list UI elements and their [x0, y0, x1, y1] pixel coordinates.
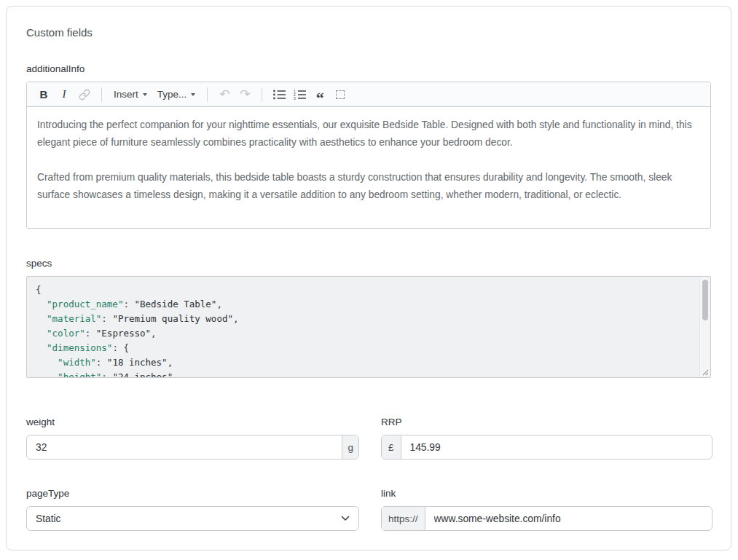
weight-input-group: g: [26, 435, 359, 460]
blockquote-icon: “: [316, 95, 324, 102]
svg-text:3: 3: [294, 96, 296, 100]
ordered-list-button[interactable]: 123: [290, 85, 309, 104]
page-type-select[interactable]: Static: [26, 506, 359, 531]
link-icon: [79, 89, 90, 100]
link-input[interactable]: [425, 507, 712, 530]
toolbar-divider: [207, 87, 208, 102]
link-input-group: https://: [381, 506, 713, 531]
toolbar-divider: [262, 87, 262, 102]
link-protocol-addon: https://: [382, 507, 425, 530]
weight-unit-addon: g: [342, 435, 358, 459]
field-rrp: RRP £: [381, 416, 713, 460]
toolbar-divider: [101, 87, 102, 102]
row-pagetype-link: pageType Static link https://: [26, 487, 711, 531]
specs-scrollbar-thumb[interactable]: [702, 280, 708, 320]
rich-text-editor: B I Insert Type... ↶ ↷: [26, 82, 711, 229]
chevron-down-icon: [341, 516, 350, 521]
field-page-type: pageType Static: [26, 487, 359, 531]
chevron-down-icon: [143, 93, 147, 96]
undo-button[interactable]: ↶: [215, 85, 234, 104]
link-label: link: [381, 487, 713, 500]
weight-input[interactable]: [27, 435, 342, 459]
field-specs: specs { "product_name": "Bedside Table",…: [26, 257, 711, 378]
rrp-input-group: £: [381, 435, 713, 460]
page-type-selected-value: Static: [36, 513, 61, 524]
specs-scrollbar[interactable]: [699, 277, 710, 376]
chevron-down-icon: [191, 93, 195, 96]
specs-code-content: { "product_name": "Bedside Table", "mate…: [36, 283, 691, 378]
rrp-currency-addon: £: [382, 435, 401, 459]
field-link: link https://: [381, 487, 713, 531]
redo-icon: ↷: [240, 88, 250, 100]
link-button[interactable]: [75, 85, 94, 104]
rrp-label: RRP: [381, 416, 713, 428]
page-type-label: pageType: [26, 487, 359, 500]
field-additional-info: additionalInfo B I Insert Type...: [26, 63, 711, 229]
editor-toolbar: B I Insert Type... ↶ ↷: [27, 82, 710, 107]
italic-button[interactable]: I: [55, 85, 74, 104]
additional-info-label: additionalInfo: [26, 63, 711, 75]
type-dropdown-label: Type...: [157, 89, 187, 100]
insert-dropdown[interactable]: Insert: [109, 85, 152, 104]
redo-button[interactable]: ↷: [235, 85, 254, 104]
editor-paragraph: Introducing the perfect companion for yo…: [37, 117, 700, 151]
specs-code-editor[interactable]: { "product_name": "Bedside Table", "mate…: [26, 276, 711, 378]
embed-block-icon: [336, 90, 345, 99]
insert-dropdown-label: Insert: [114, 89, 138, 100]
custom-fields-card: Custom fields additionalInfo B I Insert …: [6, 6, 731, 551]
bullet-list-button[interactable]: [270, 85, 288, 104]
editor-paragraph: Crafted from premium quality materials, …: [37, 169, 700, 204]
editor-content[interactable]: Introducing the perfect companion for yo…: [27, 107, 710, 228]
rrp-input[interactable]: [401, 435, 712, 459]
ordered-list-icon: 123: [294, 90, 306, 100]
type-dropdown[interactable]: Type...: [153, 85, 200, 104]
blockquote-button[interactable]: “: [310, 85, 329, 104]
specs-label: specs: [26, 257, 711, 269]
card-title: Custom fields: [26, 26, 711, 39]
bullet-list-icon: [273, 90, 286, 100]
bold-button[interactable]: B: [34, 85, 53, 104]
row-weight-rrp: weight g RRP £: [26, 416, 711, 460]
field-weight: weight g: [26, 416, 359, 460]
embed-block-button[interactable]: [331, 85, 350, 104]
resize-handle-icon[interactable]: [701, 368, 709, 376]
undo-icon: ↶: [219, 88, 229, 100]
weight-label: weight: [26, 416, 359, 428]
